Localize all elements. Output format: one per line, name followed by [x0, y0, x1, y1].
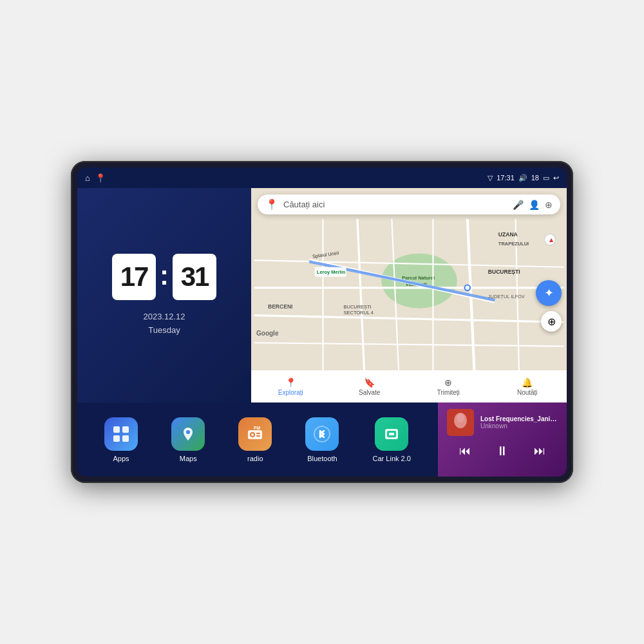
svg-rect-33: [113, 435, 120, 442]
account-icon[interactable]: 👤: [529, 200, 540, 210]
status-left-icons: ⌂ 📍: [85, 173, 106, 183]
svg-point-35: [186, 430, 190, 434]
carlink-label: Car Link 2.0: [373, 455, 411, 462]
svg-text:BUCUREȘTI: BUCUREȘTI: [344, 304, 372, 310]
map-nav-explore-label: Explorați: [278, 389, 303, 396]
map-svg: Parcul Natural Văcărești: [251, 219, 567, 370]
layers-icon[interactable]: ⊕: [545, 200, 553, 210]
next-button[interactable]: ⏭: [529, 442, 551, 460]
top-row: 17 : 31 2023.12.12 Tuesday 📍 Căutați aic…: [77, 188, 567, 402]
svg-text:Leroy Merlin: Leroy Merlin: [317, 269, 346, 275]
apps-panel: Apps Maps: [77, 402, 438, 477]
mic-icon[interactable]: 🎤: [513, 200, 524, 210]
svg-text:Parcul Natural: Parcul Natural: [402, 275, 435, 281]
map-nav-saved-label: Salvate: [359, 389, 380, 396]
svg-rect-31: [113, 426, 120, 433]
clock-colon: :: [160, 260, 169, 291]
maps-label: Maps: [180, 455, 197, 462]
map-nav-saved[interactable]: 🔖 Salvate: [330, 370, 410, 402]
clock-display: 17 : 31: [112, 254, 216, 300]
app-item-apps[interactable]: Apps: [104, 417, 138, 462]
map-panel[interactable]: 📍 Căutați aici 🎤 👤 ⊕: [251, 188, 567, 402]
app-item-carlink[interactable]: Car Link 2.0: [373, 417, 411, 462]
app-item-radio[interactable]: FM radio: [238, 417, 272, 462]
news-icon: 🔔: [522, 377, 533, 388]
map-nav-news[interactable]: 🔔 Noutăți: [488, 370, 567, 402]
svg-text:TRAPEZULUI: TRAPEZULUI: [498, 241, 529, 247]
music-info: Lost Frequencies_Janieck Devy-... Unknow…: [447, 409, 558, 436]
apps-label: Apps: [113, 455, 129, 462]
screen: ⌂ 📍 ▽ 17:31 🔊 18 ▭ ↩ 17 :: [77, 167, 567, 477]
apps-app-icon: [104, 417, 138, 451]
maps-app-icon: [171, 417, 205, 451]
date-text: 2023.12.12: [143, 310, 185, 324]
map-search-placeholder[interactable]: Căutați aici: [283, 200, 507, 209]
status-time: 17:31: [497, 174, 515, 182]
music-controls: ⏮ ⏸ ⏭: [447, 441, 558, 461]
music-panel: Lost Frequencies_Janieck Devy-... Unknow…: [438, 402, 567, 477]
music-title: Lost Frequencies_Janieck Devy-...: [480, 415, 558, 422]
svg-point-42: [314, 426, 330, 442]
saved-icon: 🔖: [364, 377, 375, 388]
map-nav-news-label: Noutăți: [517, 389, 538, 396]
svg-point-48: [457, 413, 464, 422]
svg-point-38: [251, 433, 254, 436]
map-nav-send[interactable]: ⊕ Trimiteți: [409, 370, 488, 402]
maps-pin-icon: 📍: [265, 198, 278, 211]
clock-hour: 17: [112, 254, 156, 300]
svg-text:▲: ▲: [548, 236, 555, 243]
map-search-actions: 🎤 👤 ⊕: [513, 200, 553, 210]
radio-app-icon: FM: [238, 417, 272, 451]
bluetooth-label: Bluetooth: [307, 455, 337, 462]
app-item-bluetooth[interactable]: Bluetooth: [305, 417, 339, 462]
music-text: Lost Frequencies_Janieck Devy-... Unknow…: [480, 415, 558, 430]
svg-text:JUDEȚUL ILFOV: JUDEȚUL ILFOV: [488, 294, 525, 299]
day-text: Tuesday: [143, 324, 185, 337]
back-icon[interactable]: ↩: [553, 174, 559, 182]
clock-minute: 31: [173, 254, 216, 300]
clock-panel: 17 : 31 2023.12.12 Tuesday: [77, 188, 251, 402]
google-logo: Google: [256, 330, 278, 337]
svg-text:BUCUREȘTI: BUCUREȘTI: [488, 269, 520, 275]
volume-level: 18: [531, 174, 539, 182]
carlink-app-icon: [375, 417, 408, 451]
svg-rect-34: [122, 435, 129, 442]
map-background: Parcul Natural Văcărești: [251, 219, 567, 370]
radio-label: radio: [247, 455, 263, 462]
svg-rect-39: [256, 433, 260, 434]
music-thumbnail: [447, 409, 474, 436]
map-bottom-nav: 📍 Explorați 🔖 Salvate ⊕ Trimiteți 🔔: [251, 370, 567, 402]
bottom-row: Apps Maps: [77, 402, 567, 477]
status-right-info: ▽ 17:31 🔊 18 ▭ ↩: [488, 174, 559, 182]
device: ⌂ 📍 ▽ 17:31 🔊 18 ▭ ↩ 17 :: [71, 161, 573, 483]
svg-text:FM: FM: [254, 426, 260, 430]
battery-icon: ▭: [543, 174, 549, 182]
svg-rect-40: [256, 435, 260, 437]
music-artist: Unknown: [480, 422, 558, 430]
map-nav-explore[interactable]: 📍 Explorați: [251, 370, 330, 402]
volume-icon: 🔊: [518, 174, 527, 182]
location-icon: ⊕: [547, 316, 556, 328]
bluetooth-app-icon: [305, 417, 339, 451]
explore-icon: 📍: [285, 377, 296, 388]
svg-text:SECTORUL 4: SECTORUL 4: [344, 310, 374, 316]
date-info: 2023.12.12 Tuesday: [143, 310, 185, 337]
play-pause-button[interactable]: ⏸: [491, 441, 514, 461]
map-nav-send-label: Trimiteți: [437, 389, 460, 396]
main-content: 17 : 31 2023.12.12 Tuesday 📍 Căutați aic…: [77, 188, 567, 477]
map-search-bar[interactable]: 📍 Căutați aici 🎤 👤 ⊕: [258, 194, 560, 214]
signal-icon: ▽: [488, 174, 493, 182]
svg-text:BERCENI: BERCENI: [268, 303, 292, 310]
app-item-maps[interactable]: Maps: [171, 417, 205, 462]
send-icon: ⊕: [444, 377, 452, 388]
svg-rect-32: [122, 426, 129, 433]
location-button[interactable]: ⊕: [541, 311, 562, 332]
navigate-button[interactable]: ✦: [536, 280, 562, 306]
compass-icon: ✦: [544, 286, 554, 300]
status-bar: ⌂ 📍 ▽ 17:31 🔊 18 ▭ ↩: [77, 167, 567, 188]
svg-rect-45: [389, 433, 394, 435]
svg-text:UZANA: UZANA: [498, 231, 518, 238]
prev-button[interactable]: ⏮: [454, 442, 476, 460]
home-icon[interactable]: ⌂: [85, 173, 90, 183]
maps-status-icon[interactable]: 📍: [95, 173, 106, 183]
